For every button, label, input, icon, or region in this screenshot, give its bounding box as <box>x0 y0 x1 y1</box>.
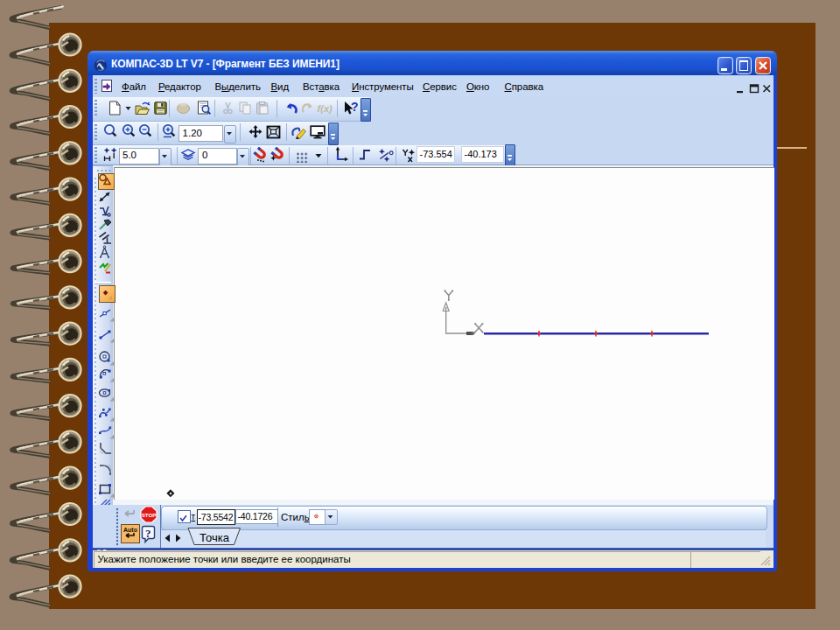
svg-text:Auto: Auto <box>123 526 137 532</box>
svg-text:?: ? <box>351 100 358 114</box>
svg-text:?: ? <box>145 527 151 540</box>
svg-text:Точка: Точка <box>200 531 230 544</box>
svg-text:STOP: STOP <box>142 512 157 518</box>
